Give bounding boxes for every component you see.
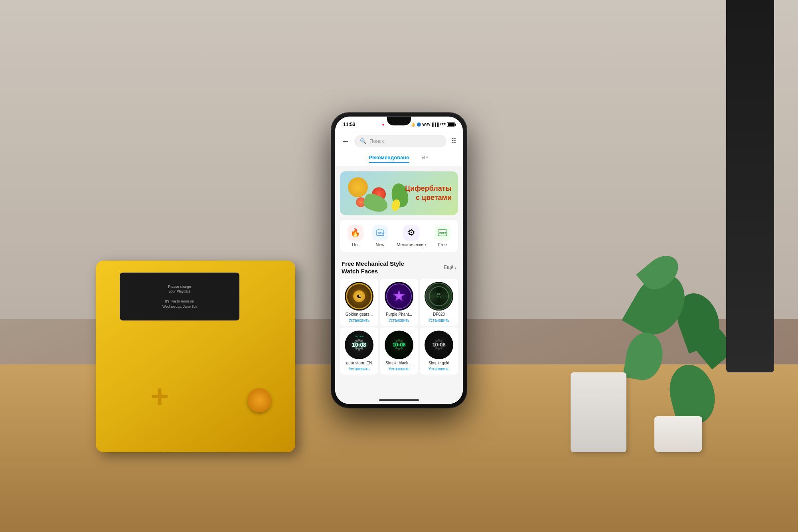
lte-icon: LTE	[440, 123, 446, 126]
watch-face-sb-img: 10:08	[385, 330, 413, 359]
watch-face-golden-img: ☯	[345, 282, 373, 310]
golden-center: ☯	[353, 290, 365, 302]
category-free[interactable]: FREE Free	[435, 225, 450, 247]
watch-name-gear: gear storm EN	[343, 361, 375, 365]
tab-recommended[interactable]: Рекомендовано	[369, 154, 409, 163]
watch-face-df020-img: DF020	[425, 282, 453, 310]
gear-time: 10:08	[352, 342, 366, 348]
free-icon: FREE	[435, 225, 450, 241]
watch-face-purple-img	[385, 282, 413, 310]
tabs-bar: Рекомендовано Я ✏	[335, 151, 463, 166]
mech-label: Механические	[397, 242, 426, 247]
category-new[interactable]: NEW New	[372, 225, 388, 247]
phone-screen: 11:53 ♥ 🔔 🔵 WiFi ▐▐▐ LTE ←	[335, 117, 463, 404]
gear-text: PA 1978	[355, 335, 363, 338]
banner-decoration	[340, 171, 411, 215]
cassette-dpad	[136, 372, 184, 420]
section-more-button[interactable]: Ещё ›	[444, 264, 456, 271]
signal-icon: ▐▐▐	[431, 123, 439, 127]
install-btn-sg[interactable]: Установить	[429, 367, 450, 371]
heart-icon: ♥	[382, 122, 385, 127]
battery-icon	[447, 122, 455, 127]
watch-name-sg: Simple gold	[423, 361, 455, 365]
back-button[interactable]: ←	[342, 137, 350, 145]
status-time: 11:53	[343, 122, 356, 127]
watch-name-purple: Purple Phant...	[383, 312, 415, 316]
watch-item-golden[interactable]: ☯ Golden gears... Установить	[340, 279, 378, 326]
search-icon: 🔍	[360, 138, 366, 144]
volume-icon: 🔔	[411, 123, 415, 127]
menu-dots-button[interactable]: ⠿	[451, 136, 456, 145]
search-placeholder: Поиск	[369, 138, 384, 144]
watch-name-df020: DF020	[423, 312, 455, 316]
new-icon: NEW	[372, 225, 388, 241]
install-btn-purple[interactable]: Установить	[389, 318, 410, 322]
plant-leaves	[622, 253, 734, 420]
watch-item-gear[interactable]: PA 1978 10:08 gear storm EN Установить	[340, 327, 378, 374]
hot-label: Hot	[352, 242, 359, 247]
notch	[387, 117, 411, 125]
watch-faces-grid: ☯ Golden gears... Установить	[335, 279, 463, 378]
categories-row: 🔥 Hot NEW New	[340, 220, 458, 252]
purple-star	[393, 290, 405, 303]
watch-item-simple-black[interactable]: 10:08 Simple black ... Установить	[380, 327, 418, 374]
phone-outer: 11:53 ♥ 🔔 🔵 WiFi ▐▐▐ LTE ←	[331, 113, 467, 408]
cassette-player: Please chargeyour PlaydateIt's five to n…	[96, 261, 295, 452]
watch-face-gear-img: PA 1978 10:08	[345, 330, 373, 359]
watch-name-golden: Golden gears...	[343, 312, 375, 316]
install-btn-sb[interactable]: Установить	[389, 367, 410, 371]
section-title: Free Mechanical Style Watch Faces	[342, 260, 405, 275]
search-bar: ← 🔍 Поиск ⠿	[335, 131, 463, 151]
svg-text:NEW: NEW	[378, 232, 385, 235]
install-btn-golden[interactable]: Установить	[349, 318, 370, 322]
hot-icon: 🔥	[348, 225, 363, 241]
search-input-wrap[interactable]: 🔍 Поиск	[354, 135, 446, 147]
bluetooth-icon: 🔵	[417, 123, 421, 127]
bottom-bar-indicator	[379, 399, 419, 401]
watch-item-simple-gold[interactable]: 10:08 Simple gold Установить	[420, 327, 458, 374]
cassette-screen: Please chargeyour PlaydateIt's five to n…	[120, 273, 239, 320]
status-icons: 🔔 🔵 WiFi ▐▐▐ LTE	[411, 122, 455, 127]
sb-time: 10:08	[392, 342, 405, 348]
keyboard	[571, 372, 626, 452]
banner[interactable]: Циферблаты с цветами	[340, 171, 458, 215]
install-btn-gear[interactable]: Установить	[349, 367, 370, 371]
watch-item-df020[interactable]: DF020 DF020 Установить	[420, 279, 458, 326]
watch-item-purple[interactable]: Purple Phant... Установить	[380, 279, 418, 326]
flower-1	[348, 177, 368, 197]
category-hot[interactable]: 🔥 Hot	[348, 225, 363, 247]
app-content: ← 🔍 Поиск ⠿ Рекомендовано Я ✏	[335, 131, 463, 404]
section-header: Free Mechanical Style Watch Faces Ещё ›	[335, 257, 463, 279]
svg-text:FREE: FREE	[439, 232, 447, 235]
plant	[622, 253, 734, 452]
watch-face-sg-img: 10:08	[425, 330, 453, 359]
wifi-icon: WiFi	[422, 123, 430, 127]
category-mechanical[interactable]: ⚙ Механические	[397, 225, 426, 247]
install-btn-df020[interactable]: Установить	[429, 318, 450, 322]
watch-name-sb: Simple black ...	[383, 361, 415, 365]
phone-wrapper: 11:53 ♥ 🔔 🔵 WiFi ▐▐▐ LTE ←	[331, 113, 467, 408]
battery-fill	[448, 123, 454, 126]
leaf-3	[622, 330, 666, 383]
dark-frame	[726, 0, 774, 372]
banner-text: Циферблаты с цветами	[405, 184, 452, 202]
tab-me[interactable]: Я ✏	[421, 154, 429, 163]
free-label: Free	[438, 242, 447, 247]
new-label: New	[375, 242, 384, 247]
sg-time: 10:08	[432, 342, 445, 348]
df020-text: DF020	[437, 293, 441, 299]
cassette-button	[247, 388, 271, 412]
plant-pot	[654, 416, 702, 452]
mech-icon: ⚙	[403, 225, 419, 241]
